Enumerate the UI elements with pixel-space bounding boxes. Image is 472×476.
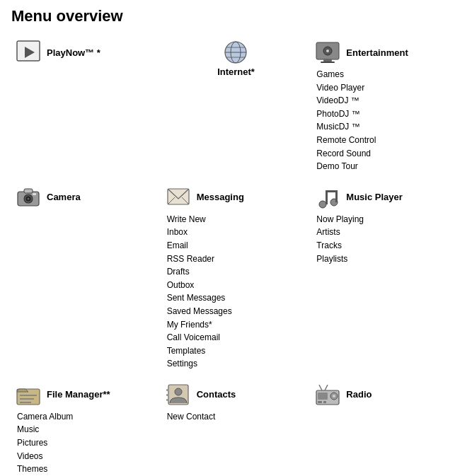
menu-cell-internet: Internet* bbox=[161, 35, 311, 180]
radio-title: Radio bbox=[346, 389, 372, 400]
list-item: MusicDJ ™ bbox=[316, 120, 458, 134]
playnow-title: PlayNow™ * bbox=[47, 47, 100, 58]
list-item: Record Sound bbox=[316, 147, 458, 161]
svg-line-39 bbox=[319, 385, 322, 390]
svg-rect-34 bbox=[166, 399, 169, 401]
playnow-icon bbox=[14, 40, 42, 65]
messaging-icon bbox=[164, 185, 192, 210]
list-item: Email bbox=[167, 239, 309, 252]
list-item: New Contact bbox=[167, 410, 309, 424]
internet-title: Internet* bbox=[217, 66, 255, 77]
menu-cell-contacts: Contacts New Contact bbox=[161, 378, 311, 476]
svg-point-16 bbox=[28, 197, 30, 199]
menu-cell-radio: Radio bbox=[311, 378, 461, 476]
contacts-icon bbox=[164, 382, 192, 407]
svg-line-40 bbox=[325, 385, 328, 390]
svg-rect-17 bbox=[33, 193, 36, 195]
filemanager-subitems: Camera Album Music Pictures Videos Theme… bbox=[14, 410, 159, 476]
list-item: My Friends* bbox=[167, 318, 309, 332]
svg-rect-29 bbox=[20, 402, 31, 403]
svg-rect-25 bbox=[335, 190, 338, 202]
list-item: Drafts bbox=[167, 265, 309, 279]
menu-cell-musicplayer: Music Player Now Playing Artists Tracks … bbox=[311, 180, 461, 378]
page-title: Menu overview bbox=[11, 7, 461, 25]
internet-icon bbox=[221, 40, 250, 65]
svg-rect-33 bbox=[166, 394, 169, 396]
musicplayer-title: Music Player bbox=[346, 192, 403, 202]
list-item: Pictures bbox=[17, 436, 159, 450]
menu-cell-messaging: Messaging Write New Inbox Email RSS Read… bbox=[161, 180, 311, 378]
svg-point-9 bbox=[326, 50, 329, 52]
contacts-subitems: New Contact bbox=[164, 410, 309, 424]
list-item: VideoDJ ™ bbox=[316, 94, 458, 108]
list-item: Saved Messages bbox=[167, 305, 309, 318]
svg-rect-36 bbox=[318, 393, 328, 400]
svg-rect-24 bbox=[326, 190, 335, 192]
svg-rect-27 bbox=[20, 395, 37, 396]
list-item: Camera Album bbox=[17, 410, 159, 424]
radio-icon bbox=[313, 382, 342, 407]
menu-cell-entertainment: Entertainment Games Video Player VideoDJ… bbox=[311, 35, 461, 180]
svg-rect-18 bbox=[168, 189, 189, 204]
list-item: Templates bbox=[167, 344, 309, 358]
list-item: Remote Control bbox=[316, 134, 458, 147]
list-item: Games bbox=[316, 68, 458, 81]
list-item: Music bbox=[17, 423, 159, 436]
list-item: Tracks bbox=[316, 239, 458, 252]
svg-point-31 bbox=[175, 388, 182, 395]
menu-grid: PlayNow™ * Internet* bbox=[11, 35, 461, 476]
svg-rect-28 bbox=[20, 398, 34, 400]
menu-cell-playnow: PlayNow™ * bbox=[11, 35, 161, 180]
filemanager-icon bbox=[14, 382, 42, 407]
camera-icon bbox=[14, 185, 42, 210]
entertainment-title: Entertainment bbox=[346, 47, 408, 58]
list-item: Playlists bbox=[316, 252, 458, 266]
svg-point-21 bbox=[319, 201, 326, 208]
list-item: Inbox bbox=[167, 226, 309, 239]
entertainment-subitems: Games Video Player VideoDJ ™ PhotoDJ ™ M… bbox=[313, 68, 458, 173]
list-item: RSS Reader bbox=[167, 252, 309, 266]
list-item: Now Playing bbox=[316, 213, 458, 226]
entertainment-icon bbox=[313, 40, 342, 65]
list-item: Settings bbox=[167, 357, 309, 371]
camera-title: Camera bbox=[47, 192, 81, 202]
svg-rect-41 bbox=[318, 401, 322, 403]
svg-rect-13 bbox=[24, 189, 33, 193]
svg-rect-42 bbox=[323, 401, 326, 403]
filemanager-title: File Manager** bbox=[47, 389, 110, 400]
list-item: Artists bbox=[316, 226, 458, 239]
messaging-title: Messaging bbox=[197, 192, 244, 202]
svg-rect-11 bbox=[321, 62, 335, 63]
svg-rect-10 bbox=[323, 59, 332, 62]
musicplayer-icon bbox=[313, 185, 342, 210]
contacts-title: Contacts bbox=[197, 389, 236, 400]
list-item: Call Voicemail bbox=[167, 331, 309, 344]
messaging-subitems: Write New Inbox Email RSS Reader Drafts … bbox=[164, 213, 309, 371]
menu-cell-filemanager: File Manager** Camera Album Music Pictur… bbox=[11, 378, 161, 476]
list-item: Sent Messages bbox=[167, 291, 309, 305]
menu-cell-camera: Camera bbox=[11, 180, 161, 378]
list-item: PhotoDJ ™ bbox=[316, 108, 458, 121]
list-item: Themes bbox=[17, 463, 159, 476]
musicplayer-subitems: Now Playing Artists Tracks Playlists bbox=[313, 213, 458, 265]
svg-rect-32 bbox=[166, 389, 169, 391]
list-item: Write New bbox=[167, 213, 309, 226]
list-item: Video Player bbox=[316, 81, 458, 95]
svg-point-38 bbox=[333, 395, 335, 397]
list-item: Videos bbox=[17, 450, 159, 463]
list-item: Demo Tour bbox=[316, 160, 458, 173]
list-item: Outbox bbox=[167, 279, 309, 292]
